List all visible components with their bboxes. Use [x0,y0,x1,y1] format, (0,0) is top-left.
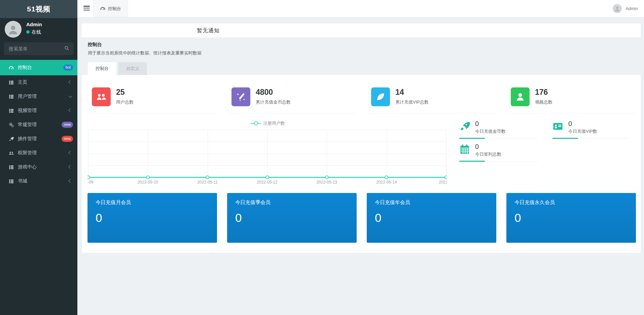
stat-label: 用户总数 [116,99,134,105]
person-icon [614,5,620,12]
vip-card-value: 0 [235,211,349,225]
today-stat-value: 0 [475,143,501,150]
x-axis-tick: 2022-05 [439,180,447,185]
user-icon [511,87,530,106]
dashboard-panel: 25用户总数4800累计充值金币总数14累计充值VIP总数176视频总数 05-… [82,75,641,253]
person-icon [7,24,19,35]
user-name: Admin [26,22,42,27]
list-icon [8,108,14,113]
user-panel: Admin 在线 [0,18,77,39]
vip-card-value: 0 [96,211,209,225]
x-axis-tick: 2022-05-12 [257,180,277,185]
topbar-tab-dashboard[interactable]: 控制台 [93,0,128,17]
stat-value: 25 [116,88,134,97]
list-icon [8,80,14,85]
search-icon[interactable] [64,46,69,51]
vip-card-value: 0 [514,211,628,225]
sidebar-item-6[interactable]: 权限管理 [0,146,77,160]
x-axis-tick: 2022-05-13 [317,180,337,185]
user-status: 在线 [26,29,41,35]
x-axis-tick: 2022-05-14 [376,180,397,185]
x-axis-tick: 2022-05-10 [138,180,158,185]
vip-card-title: 今日充值永久会员 [514,199,628,206]
vip-card-value: 0 [375,211,488,225]
stat-label: 累计充值VIP总数 [395,99,429,105]
sidebar-item-7[interactable]: 游戏中心 [0,160,77,174]
sidebar-item-label: 书城 [18,178,27,184]
sidebar-item-label: 视频管理 [18,108,37,114]
today-stat-value: 0 [568,120,597,127]
stat-card: 14累计充值VIP总数 [367,84,496,114]
stat-card: 176视频总数 [506,84,636,114]
today-stat: 0今日充值VIP数 [552,120,629,139]
vip-card-title: 今日充值月会员 [96,199,209,206]
list-icon [8,94,14,99]
chevron-down-icon [68,94,72,98]
sidebar-item-label: 权限管理 [18,150,37,156]
calendar-icon [459,144,471,155]
today-stat: 0今日充值金币数 [459,120,538,139]
topbar-tab-label: 控制台 [108,6,121,12]
data-point-marker [325,175,329,179]
sidebar-item-dashboard[interactable]: 控制台hot [0,60,77,75]
today-stat-value: 0 [475,120,506,127]
users-icon [92,87,111,106]
sidebar-menu: 控制台hot主页用户管理视频管理常规管理new插件管理new权限管理游戏中心书城 [0,60,77,188]
tab-dashboard[interactable]: 控制台 [88,62,116,75]
rocket-icon [8,136,14,142]
sidebar-item-1[interactable]: 主页 [0,75,77,89]
user-avatar [5,21,22,38]
rocket-icon [459,121,471,132]
stats-row: 25用户总数4800累计充值金币总数14累计充值VIP总数176视频总数 [87,84,636,114]
hamburger-icon[interactable] [83,6,90,11]
vip-card: 今日充值永久会员0 [506,193,636,243]
sidebar-item-label: 用户管理 [18,93,37,100]
search-input[interactable] [4,42,63,55]
chart-legend[interactable]: 注册用户数 [251,120,285,126]
vip-card: 今日充值月会员0 [87,193,217,243]
sidebar-item-5[interactable]: 插件管理new [0,132,77,146]
vip-card: 今日充值年会员0 [367,193,496,243]
stat-label: 视频总数 [535,99,552,105]
leaf-icon [371,87,390,106]
notice-text: 暂无通知 [197,27,220,34]
tab-custom[interactable]: 自定义 [118,62,147,75]
menu-badge: hot [63,65,73,71]
sidebar: 51视频 Admin 在线 控制台hot主页用户管理视频管理常规管理new插件管… [0,0,77,315]
chevron-left-icon [68,80,72,84]
online-dot-icon [26,30,30,34]
dashboard-page: 51视频 Admin 在线 控制台hot主页用户管理视频管理常规管理new插件管… [0,0,644,315]
sidebar-item-2[interactable]: 用户管理 [0,89,77,104]
tachometer-icon [100,6,105,11]
x-axis-tick: 2022-05-11 [197,180,218,185]
topbar-user-menu[interactable]: Admin [610,0,641,17]
sidebar-item-4[interactable]: 常规管理new [0,118,77,132]
page-title: 控制台 [88,42,202,48]
topbar: 控制台 Admin [77,0,644,17]
today-stat-label: 今日充值VIP数 [568,128,597,134]
notice-bar: 暂无通知 [82,24,641,38]
page-subtitle: 用于展示当前系统中的统计数据、统计报表及重要实时数据 [88,50,202,56]
chevron-left-icon [68,179,72,183]
sidebar-item-label: 常规管理 [18,122,37,128]
today-stat-label: 今日签到总数 [475,151,501,157]
vip-card-title: 今日充值年会员 [375,199,488,206]
sidebar-item-label: 游戏中心 [18,164,37,170]
app-logo[interactable]: 51视频 [0,0,77,18]
stat-label: 累计充值金币总数 [256,99,291,105]
data-point-marker [87,175,90,179]
legend-label: 注册用户数 [263,120,285,126]
data-point-marker [206,175,209,179]
menu-badge: new [62,136,73,142]
panel-tabs: 控制台自定义 [88,62,149,75]
list-icon [8,179,14,184]
sidebar-item-3[interactable]: 视频管理 [0,104,77,118]
vip-cards-row: 今日充值月会员0今日充值季会员0今日充值年会员0今日充值永久会员0 [87,193,636,243]
stat-value: 176 [535,88,552,97]
stat-card: 4800累计充值金币总数 [227,84,357,114]
sidebar-item-8[interactable]: 书城 [0,174,77,188]
topbar-avatar [613,4,622,13]
today-stats: 0今日充值金币数0今日充值VIP数0今日签到总数 [459,118,632,186]
vip-card-title: 今日充值季会员 [235,199,349,206]
list-icon [8,165,14,170]
